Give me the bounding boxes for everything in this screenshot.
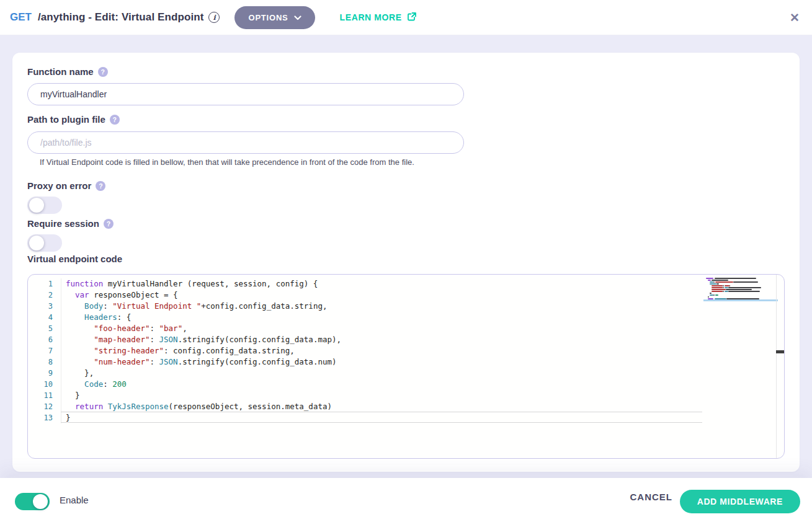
help-icon[interactable]: ? bbox=[104, 219, 114, 229]
require-session-label-text: Require session bbox=[27, 218, 99, 229]
code-editor-label: Virtual endpoint code bbox=[27, 254, 122, 264]
proxy-on-error-label-text: Proxy on error bbox=[27, 180, 91, 191]
line-number: 12 bbox=[28, 401, 61, 412]
code-text: "foo-header": "bar", bbox=[61, 323, 187, 334]
function-name-label: Function name ? bbox=[27, 66, 108, 77]
code-editor[interactable]: 1function myVirtualHandler (request, ses… bbox=[27, 274, 785, 459]
editor-minimap[interactable] bbox=[706, 277, 775, 451]
code-text: return TykJsResponse(responseObject, ses… bbox=[61, 401, 332, 412]
plugin-path-label: Path to plugin file ? bbox=[27, 114, 120, 125]
overview-ruler[interactable] bbox=[776, 275, 777, 458]
toggle-knob bbox=[29, 236, 44, 250]
plugin-path-helper-text: If Virtual Endpoint code is filled in be… bbox=[40, 157, 414, 167]
top-bar: GET /anything - Edit: Virtual Endpoint i… bbox=[0, 0, 812, 35]
code-line[interactable]: 1function myVirtualHandler (request, ses… bbox=[28, 278, 784, 290]
code-line[interactable]: 6 "map-header": JSON.stringify(config.co… bbox=[28, 334, 784, 345]
footer-bar: Enable CANCEL ADD MIDDLEWARE bbox=[0, 478, 812, 522]
code-line[interactable]: 3 Body: "Virtual Endpoint "+config.confi… bbox=[28, 301, 784, 312]
code-line[interactable]: 11 } bbox=[28, 390, 784, 401]
options-button[interactable]: OPTIONS bbox=[234, 6, 315, 29]
require-session-label: Require session ? bbox=[27, 218, 114, 229]
code-text: } bbox=[61, 412, 71, 423]
page-title: /anything - Edit: Virtual Endpoint bbox=[38, 11, 204, 24]
add-middleware-button[interactable]: ADD MIDDLEWARE bbox=[680, 490, 800, 513]
enable-label: Enable bbox=[60, 495, 89, 505]
code-line[interactable]: 13} bbox=[28, 412, 784, 423]
proxy-on-error-label: Proxy on error ? bbox=[27, 180, 105, 191]
line-number: 5 bbox=[28, 323, 61, 334]
code-editor-label-text: Virtual endpoint code bbox=[27, 254, 122, 264]
line-number: 3 bbox=[28, 301, 61, 312]
help-icon[interactable]: ? bbox=[96, 181, 105, 191]
help-icon[interactable]: ? bbox=[98, 67, 108, 77]
help-icon[interactable]: ? bbox=[110, 115, 120, 125]
enable-toggle[interactable] bbox=[15, 493, 50, 510]
code-text: Body: "Virtual Endpoint "+config.config_… bbox=[61, 301, 327, 312]
code-text: var responseObject = { bbox=[61, 290, 178, 301]
code-text: "map-header": JSON.stringify(config.conf… bbox=[61, 334, 341, 345]
cancel-button[interactable]: CANCEL bbox=[630, 492, 673, 502]
chevron-down-icon bbox=[294, 13, 301, 22]
cursor-position-marker bbox=[776, 350, 784, 353]
http-method-badge: GET bbox=[10, 11, 32, 24]
code-text: Code: 200 bbox=[61, 379, 127, 390]
plugin-path-input[interactable] bbox=[27, 131, 464, 154]
code-text: "string-header": config.config_data.stri… bbox=[61, 345, 295, 356]
code-text: "num-header": JSON.stringify(config.conf… bbox=[61, 356, 337, 368]
info-icon[interactable]: i bbox=[208, 12, 220, 23]
line-number: 4 bbox=[28, 312, 61, 323]
code-text: function myVirtualHandler (request, sess… bbox=[61, 278, 318, 290]
line-number: 7 bbox=[28, 345, 61, 356]
close-icon[interactable]: ✕ bbox=[787, 9, 802, 26]
learn-more-link[interactable]: LEARN MORE bbox=[340, 12, 417, 24]
code-line[interactable]: 2 var responseObject = { bbox=[28, 290, 784, 301]
learn-more-label: LEARN MORE bbox=[340, 12, 402, 22]
function-name-input[interactable] bbox=[27, 83, 464, 105]
line-number: 8 bbox=[28, 356, 61, 368]
toggle-knob bbox=[33, 494, 48, 509]
line-number: 10 bbox=[28, 379, 61, 390]
middleware-edit-panel: Function name ? Path to plugin file ? If… bbox=[12, 53, 800, 472]
function-name-label-text: Function name bbox=[27, 66, 94, 77]
code-text: Headers: { bbox=[61, 312, 131, 323]
code-line[interactable]: 9 }, bbox=[28, 368, 784, 379]
toggle-knob bbox=[29, 198, 44, 213]
plugin-path-label-text: Path to plugin file bbox=[27, 114, 105, 125]
external-link-icon bbox=[407, 12, 417, 24]
line-number: 2 bbox=[28, 290, 61, 301]
require-session-toggle[interactable] bbox=[27, 234, 62, 252]
code-line[interactable]: 12 return TykJsResponse(responseObject, … bbox=[28, 401, 784, 412]
code-line[interactable]: 10 Code: 200 bbox=[28, 379, 784, 390]
code-line[interactable]: 5 "foo-header": "bar", bbox=[28, 323, 784, 334]
code-text: } bbox=[61, 390, 80, 401]
line-number: 11 bbox=[28, 390, 61, 401]
line-number: 6 bbox=[28, 334, 61, 345]
line-number: 13 bbox=[28, 412, 61, 423]
code-line[interactable]: 4 Headers: { bbox=[28, 312, 784, 323]
code-lines[interactable]: 1function myVirtualHandler (request, ses… bbox=[28, 278, 784, 423]
proxy-on-error-toggle[interactable] bbox=[27, 197, 62, 214]
code-line[interactable]: 7 "string-header": config.config_data.st… bbox=[28, 345, 784, 356]
options-button-label: OPTIONS bbox=[248, 13, 288, 22]
code-line[interactable]: 8 "num-header": JSON.stringify(config.co… bbox=[28, 356, 784, 368]
code-text: }, bbox=[61, 368, 94, 379]
line-number: 1 bbox=[28, 278, 61, 290]
line-number: 9 bbox=[28, 368, 61, 379]
